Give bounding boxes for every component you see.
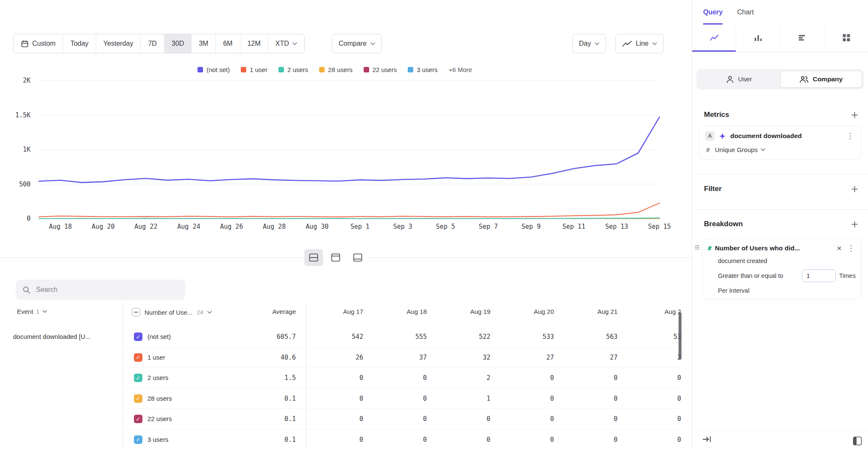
- metric-event-name[interactable]: document downloaded: [730, 132, 841, 140]
- add-filter-button[interactable]: [849, 184, 860, 194]
- series-checkbox[interactable]: ✓: [134, 374, 142, 382]
- search-input[interactable]: [35, 285, 178, 294]
- calendar-icon: [21, 40, 29, 48]
- entity-user-option[interactable]: User: [698, 71, 780, 88]
- average-column-header[interactable]: Average: [232, 308, 296, 315]
- date-column-header[interactable]: Aug 20: [490, 308, 554, 315]
- value-cell: 0: [554, 415, 618, 423]
- hash-icon: #: [706, 147, 710, 153]
- date-column-header[interactable]: Aug 18: [363, 308, 427, 315]
- range-custom-button[interactable]: Custom: [14, 34, 63, 53]
- table-row[interactable]: ✓2 users1.5002000: [0, 368, 692, 388]
- select-all-checkbox[interactable]: [132, 308, 140, 316]
- breakdown-event[interactable]: document created: [718, 258, 856, 264]
- chevron-down-icon: [595, 42, 599, 45]
- granularity-button[interactable]: Day: [572, 34, 606, 53]
- series-label: (not set): [147, 333, 171, 340]
- series-checkbox[interactable]: ✓: [134, 333, 142, 341]
- breakdown-condition-row: Greater than or equal to Times: [718, 269, 856, 282]
- table-row[interactable]: ✓22 users0.1000000: [0, 409, 692, 430]
- remove-breakdown-button[interactable]: ×: [835, 244, 843, 252]
- drag-handle-icon[interactable]: [695, 244, 700, 252]
- range-yesterday-button[interactable]: Yesterday: [96, 34, 141, 53]
- event-column-header[interactable]: Event 1: [17, 308, 47, 315]
- date-column-header[interactable]: Aug 2: [618, 308, 681, 315]
- range-xtd-button[interactable]: XTD: [268, 34, 304, 53]
- line-chart-icon: [709, 33, 719, 42]
- series-label: 28 users: [147, 395, 172, 402]
- chart-type-button[interactable]: Line: [615, 34, 664, 53]
- series-checkbox[interactable]: ✓: [134, 394, 142, 403]
- date-column-header[interactable]: Aug 21: [554, 308, 618, 315]
- range-today-button[interactable]: Today: [63, 34, 96, 53]
- date-column-header[interactable]: Aug 17: [300, 308, 363, 315]
- range-3m-button[interactable]: 3M: [192, 34, 216, 53]
- table-row[interactable]: ✓(not set)605.754255552253356353: [0, 327, 692, 347]
- layout-table-only-button[interactable]: [348, 249, 367, 266]
- legend-item[interactable]: 22 users: [364, 66, 397, 73]
- legend-swatch: [278, 67, 284, 72]
- event-sparkle-icon: [719, 133, 726, 140]
- svg-text:Sep 11: Sep 11: [562, 223, 585, 230]
- date-column-header[interactable]: Aug 19: [427, 308, 490, 315]
- value-cell: 0: [554, 436, 618, 443]
- plus-icon: [851, 221, 858, 227]
- breakdown-condition-select[interactable]: Greater than or equal to: [718, 272, 798, 279]
- value-cell: 0: [618, 395, 681, 402]
- metrics-heading: Metrics: [704, 111, 729, 119]
- breakdown-per-interval[interactable]: Per Interval: [718, 287, 856, 294]
- chart-type-more-tab[interactable]: [824, 25, 868, 52]
- breakdown-value-input[interactable]: [802, 269, 836, 282]
- layout-split-button[interactable]: [304, 249, 323, 266]
- range-6m-button[interactable]: 6M: [216, 34, 240, 53]
- table-row[interactable]: ✓28 users0.1001000: [0, 388, 692, 409]
- side-panel-toggle-button[interactable]: [853, 436, 862, 447]
- legend-item[interactable]: 28 users: [319, 66, 353, 73]
- search-icon: [22, 286, 31, 294]
- people-icon: [799, 75, 809, 83]
- svg-text:2K: 2K: [23, 77, 31, 84]
- series-checkbox[interactable]: ✓: [134, 435, 142, 444]
- chart-type-line-tab[interactable]: [692, 25, 736, 52]
- legend-item[interactable]: 3 users: [408, 66, 437, 73]
- metric-card[interactable]: A document downloaded ⋮ # Unique Groups: [699, 126, 861, 160]
- chart-type-horizontal-bar-tab[interactable]: [780, 25, 824, 52]
- series-checkbox[interactable]: ✓: [134, 353, 142, 362]
- add-breakdown-button[interactable]: [849, 219, 860, 229]
- table-row[interactable]: ✓1 user40.626373227272: [0, 347, 692, 368]
- average-cell: 40.6: [232, 354, 296, 361]
- chart-type-tab-bar: [692, 25, 868, 52]
- average-cell: 0.1: [232, 415, 296, 423]
- add-metric-button[interactable]: [849, 110, 860, 120]
- date-range-segmented-control: CustomTodayYesterday7D30D3M6M12MXTD: [13, 34, 305, 53]
- breakdown-card[interactable]: # Number of Users who did... × ⋮ documen…: [702, 238, 861, 299]
- svg-text:Sep 13: Sep 13: [605, 223, 628, 230]
- collapse-panel-button[interactable]: [702, 435, 712, 445]
- entity-company-option[interactable]: Company: [780, 71, 862, 88]
- chart-only-icon: [331, 253, 340, 262]
- table-row[interactable]: ✓3 users0.1000000: [0, 430, 692, 449]
- tab-chart[interactable]: Chart: [737, 0, 754, 25]
- table-only-icon: [353, 253, 362, 262]
- value-cell: 2: [618, 354, 681, 361]
- breakdown-menu-button[interactable]: ⋮: [846, 244, 856, 252]
- series-column-header[interactable]: Number of Use... 24: [132, 308, 212, 316]
- range-7d-button[interactable]: 7D: [141, 34, 164, 53]
- average-cell: 605.7: [232, 333, 296, 341]
- range-12m-button[interactable]: 12M: [240, 34, 268, 53]
- legend-item[interactable]: 2 users: [278, 66, 308, 73]
- vertical-scrollbar[interactable]: [679, 312, 682, 360]
- svg-text:Aug 28: Aug 28: [263, 223, 286, 230]
- legend-item[interactable]: 1 user: [241, 66, 267, 73]
- layout-chart-only-button[interactable]: [326, 249, 345, 266]
- tab-query[interactable]: Query: [703, 0, 723, 25]
- legend-item[interactable]: (not set): [198, 66, 230, 73]
- series-checkbox[interactable]: ✓: [134, 415, 142, 423]
- compare-button[interactable]: Compare: [332, 34, 382, 53]
- metric-menu-button[interactable]: ⋮: [846, 132, 855, 140]
- compare-label: Compare: [339, 40, 367, 47]
- chart-type-bar-tab[interactable]: [736, 25, 780, 52]
- aggregation-select[interactable]: Unique Groups: [715, 146, 765, 153]
- legend-more[interactable]: +6 More: [448, 66, 472, 73]
- range-30d-button[interactable]: 30D: [164, 34, 192, 53]
